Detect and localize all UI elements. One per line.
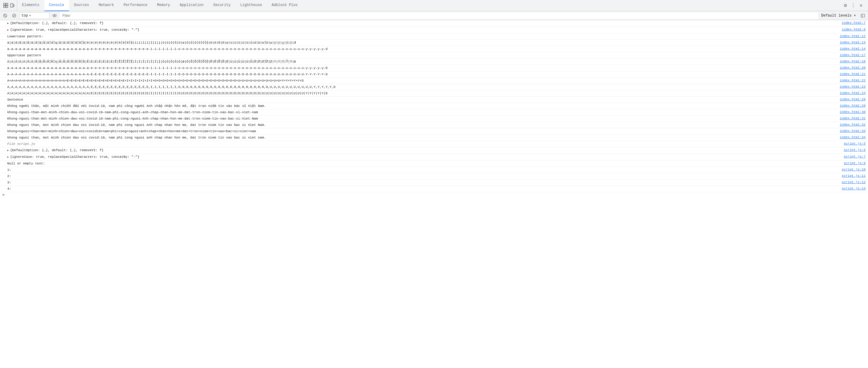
tab-security[interactable]: Security [209,0,236,11]
clear-console-button[interactable] [1,12,9,20]
line-content: A,A,A,A,A,A,A,A,A,A,A,A,A,A,A,A,A,A,A,A,… [6,84,838,90]
tab-bar: Elements Console Sources Network Perform… [0,0,868,11]
tab-adblock[interactable]: Adblock Plus [267,0,302,11]
console-line: Khong nguoi than, mot minh chien dau voi… [0,122,868,128]
line-content: A+A+A+A+A+A+A+A+A+A+A+A+A+A+A+E+E+E+E+E+… [6,78,838,83]
line-source-link[interactable]: script.js:10 [841,167,868,172]
eye-icon[interactable] [51,12,59,20]
line-gutter [0,40,6,40]
line-gutter [0,173,6,174]
line-source-link[interactable]: index.html:29 [838,103,868,108]
console-line: khong-nguoi-than-mot-minh-chien-dau-voi-… [0,109,868,115]
line-gutter [0,141,6,141]
line-source-link[interactable]: index.html:17 [838,53,868,57]
tab-elements[interactable]: Elements [17,0,44,11]
line-gutter [0,167,6,167]
line-content: {DefaultOption: {…}, default: {…}, remov… [6,21,841,26]
cursor-chevron-icon: > [1,193,6,197]
filter-input[interactable] [60,12,818,19]
line-gutter [0,103,6,104]
tab-network[interactable]: Network [94,0,119,11]
line-source-link[interactable]: script.js:9 [842,161,868,165]
line-content: A|A|A|A|A|A|A|A|A|A|A|A|A|A|A|A|A|A|A|A|… [6,91,838,96]
console-repl-input[interactable] [6,193,868,197]
line-source-link[interactable]: script.js:7 [842,154,868,159]
line-source-link[interactable]: script.js:5 [842,141,868,146]
line-source-link[interactable]: script.js:11 [841,173,868,178]
console-line: khong nguoi than, mot minh chien dau voi… [0,135,868,141]
line-content: Sentence [6,97,838,102]
console-line: khong+nguoi+than+mot+minh+chien+dau+voi+… [0,128,868,135]
tab-console[interactable]: Console [44,0,69,11]
context-selector[interactable]: top ▾ [19,12,50,19]
line-content: A-A-A-A-A-A-A-A-A-A-A-A-A-A-A-A-A-A-A-A-… [6,72,838,77]
line-content: 4: [6,186,841,192]
line-content: 2: [6,173,841,179]
line-gutter [0,72,6,72]
console-line: 2:script.js:11 [0,173,868,179]
line-source-link[interactable]: index.html:33 [838,129,868,133]
sidebar-toggle-icon[interactable] [859,12,867,20]
close-icon[interactable]: ✕ [858,2,864,9]
inspect-icon[interactable] [3,3,8,8]
line-gutter [0,129,6,129]
line-source-link[interactable]: script.js:13 [841,186,868,191]
tab-memory[interactable]: Memory [152,0,175,11]
tab-performance[interactable]: Performance [119,0,152,11]
line-source-link[interactable]: index.html:34 [838,135,868,139]
console-line: Null or empty text:script.js:9 [0,161,868,167]
line-source-link[interactable]: index.html:12 [838,34,868,38]
line-source-link[interactable]: index.html:20 [838,65,868,70]
line-gutter [0,46,6,47]
tab-application[interactable]: Application [175,0,208,11]
line-gutter [0,116,6,116]
line-gutter [0,122,6,123]
line-content: Null or empty text: [6,161,842,166]
tab-sources[interactable]: Sources [69,0,94,11]
console-line: Sentenceindex.html:28 [0,97,868,103]
line-gutter [0,21,6,21]
line-content: À|Á|Â|Ã|Ä|Å|Ā|Ắ|Ặ|Ằ|Ẳ|Ẵ|Ą|Ǎ|Ả|Ấ|Ầ|Ẩ|Ẫ|Ậ|… [6,59,838,64]
line-source-link[interactable]: index.html:23 [838,84,868,89]
console-line: a-a-a-a-a-a-a-a-a-a-a-a-a-a-a-a-a-a-a-a-… [0,65,868,71]
more-icon[interactable]: ⋮ [850,2,857,9]
line-source-link[interactable]: index.html:30 [838,110,868,114]
svg-line-7 [4,14,6,17]
line-source-link[interactable]: index.html:31 [838,116,868,121]
line-content: khong+nguoi+than+mot+minh+chien+dau+voi+… [6,129,838,134]
console-line: Uppercase patternindex.html:17 [0,53,868,59]
console-line: {DefaultOption: {…}, default: {…}, remov… [0,20,868,27]
context-chevron-icon: ▾ [29,14,31,18]
console-line: Không người thân, một mình chiến đấu với… [0,103,868,109]
svg-rect-0 [4,3,5,5]
log-levels-selector[interactable]: Default levels ▾ [819,12,858,19]
line-source-link[interactable]: index.html:24 [838,91,868,95]
line-content: Khong nguoi than, mot minh chien dau voi… [6,122,838,128]
line-gutter [0,34,6,34]
line-source-link[interactable]: index.html:21 [838,72,868,76]
line-source-link[interactable]: index.html:14 [838,46,868,51]
toolbar-right-icons [859,12,867,20]
console-line: A+A+A+A+A+A+A+A+A+A+A+A+A+A+A+E+E+E+E+E+… [0,78,868,84]
line-gutter [0,147,6,148]
line-source-link[interactable]: script.js:12 [841,180,868,184]
svg-rect-11 [861,14,865,17]
line-content: Uppercase pattern [6,53,838,58]
line-source-link[interactable]: index.html:8 [841,27,868,32]
settings-icon[interactable]: ⚙ [842,2,849,9]
device-icon[interactable] [10,3,15,8]
preserve-log-button[interactable] [10,12,18,20]
line-source-link[interactable]: index.html:32 [838,122,868,127]
line-source-link[interactable]: index.html:7 [841,21,868,25]
tab-lighthouse[interactable]: Lighthouse [236,0,267,11]
line-source-link[interactable]: index.html:13 [838,40,868,44]
console-line: {ignoreCase: true, replaceSpecialCharact… [0,27,868,33]
line-source-link[interactable]: index.html:28 [838,97,868,101]
line-content: Không người thân, một mình chiến đấu với… [6,103,838,109]
line-source-link[interactable]: index.html:22 [838,78,868,82]
line-content: {ignoreCase: true, replaceSpecialCharact… [6,27,841,33]
console-line: Lowercase pattern:index.html:12 [0,33,868,40]
line-source-link[interactable]: index.html:19 [838,59,868,64]
line-source-link[interactable]: script.js:6 [842,147,868,152]
console-input-line[interactable]: > [0,192,868,198]
